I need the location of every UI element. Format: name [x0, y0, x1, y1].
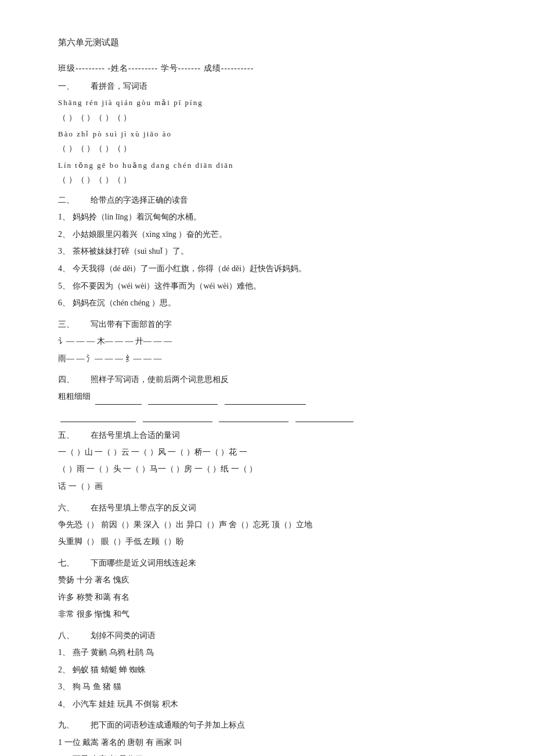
section-8-item-1: 1、 燕子 黄鹂 乌鸦 杜鹃 鸟: [58, 645, 488, 661]
section-7-line-2: 许多 称赞 和蔼 有名: [58, 590, 488, 606]
blank-line-3: （ ）（ ）（ ）（ ）: [58, 172, 488, 187]
section-4-blanks-row1: 粗粗细细: [58, 389, 488, 405]
section-7: 七、下面哪些是近义词用线连起来 赞扬 十分 著名 愧疚 许多 称赞 和蔼 有名 …: [58, 556, 488, 622]
section-2-item-2: 2、 小姑娘眼里闪着兴（xìng xīng ）奋的光芒。: [58, 227, 488, 243]
header-info: 班级--------- -姓名--------- 学号------- 成绩---…: [58, 61, 488, 75]
section-2-item-1: 1、 妈妈拎（lín līng）着沉甸甸的水桶。: [58, 210, 488, 225]
section-8-item-4: 4、 小汽车 娃娃 玩具 不倒翁 积木: [58, 697, 488, 712]
pinyin-line-2: Bào zhǐ pò suì jì xù jiāo ào: [58, 127, 488, 141]
section-9-item-1: 1 一位 戴嵩 著名的 唐朝 有 画家 叫: [58, 735, 488, 751]
section-1: 一、看拼音，写词语 Shāng rén jià qián gòu mǎi pī …: [58, 79, 488, 187]
section-3-row-2: 雨— — 氵— — — 纟— — —: [58, 351, 488, 367]
section-6-line-2: 头重脚（） 眼（）手低 左顾（）盼: [58, 534, 488, 550]
section-9-item-2: 2 一下子 大家 都 呆住了: [58, 752, 488, 756]
section-5-title: 五、在括号里填上合适的量词: [58, 428, 488, 442]
page-title: 第六单元测试题: [58, 35, 488, 51]
section-6-line-1: 争先恐（） 前因（）果 深入（）出 异口（）声 舍（）忘死 顶（）立地: [58, 517, 488, 533]
blank-line-1: （ ）（ ）（ ）（ ）: [58, 110, 488, 125]
section-7-line-3: 非常 很多 惭愧 和气: [58, 607, 488, 622]
section-5: 五、在括号里填上合适的量词 一（ ）山 一（ ）云 一（ ）风 一（ ）桥一（ …: [58, 428, 488, 495]
section-6-title: 六、在括号里填上带点字的反义词: [58, 501, 488, 515]
section-2-item-6: 6、 妈妈在沉（chén chéng ）思。: [58, 296, 488, 311]
section-2: 二、给带点的字选择正确的读音 1、 妈妈拎（lín līng）着沉甸甸的水桶。 …: [58, 193, 488, 311]
section-7-title: 七、下面哪些是近义词用线连起来: [58, 556, 488, 570]
section-5-line-2: （ ）雨 一（ ）头 一（ ）马一（ ）房 一（ ）纸 一（ ）: [58, 462, 488, 477]
section-4: 四、照样子写词语，使前后两个词意思相反 粗粗细细: [58, 372, 488, 422]
section-9: 九、把下面的词语秒连成通顺的句子并加上标点 1 一位 戴嵩 著名的 唐朝 有 画…: [58, 718, 488, 756]
pinyin-line-3: Lín tǒng gē bo huǎng dang chén diān diān: [58, 159, 488, 172]
section-2-title: 二、给带点的字选择正确的读音: [58, 193, 488, 207]
section-8-title: 八、划掉不同类的词语: [58, 628, 488, 643]
section-3-title: 三、写出带有下面部首的字: [58, 317, 488, 332]
section-2-item-4: 4、 今天我得（dé děi）了一面小红旗，你得（dé děi）赶快告诉妈妈。: [58, 261, 488, 277]
section-7-line-1: 赞扬 十分 著名 愧疚: [58, 573, 488, 588]
section-5-line-1: 一（ ）山 一（ ）云 一（ ）风 一（ ）桥一（ ）花 一: [58, 445, 488, 460]
section-4-blanks-row2: [58, 406, 488, 422]
section-8: 八、划掉不同类的词语 1、 燕子 黄鹂 乌鸦 杜鹃 鸟 2、 蚂蚁 猫 蜻蜓 蝉…: [58, 628, 488, 712]
section-8-item-3: 3、 狗 马 鱼 猪 猫: [58, 679, 488, 695]
pinyin-line-1: Shāng rén jià qián gòu mǎi pī píng: [58, 96, 488, 109]
section-8-item-2: 2、 蚂蚁 猫 蜻蜓 蝉 蜘蛛: [58, 663, 488, 678]
section-2-item-5: 5、 你不要因为（wéi wèi）这件事而为（wéi wèi）难他。: [58, 279, 488, 294]
section-3-row-1: 讠— — — 木— — — 廾— — —: [58, 334, 488, 350]
section-5-line-3: 话 一（ ）画: [58, 479, 488, 495]
section-9-title: 九、把下面的词语秒连成通顺的句子并加上标点: [58, 718, 488, 732]
section-3: 三、写出带有下面部首的字 讠— — — 木— — — 廾— — — 雨— — 氵…: [58, 317, 488, 366]
section-2-item-3: 3、 茶杯被妹妹打碎（suì shuǐ ）了。: [58, 244, 488, 260]
section-1-title: 一、看拼音，写词语: [58, 79, 488, 93]
section-4-title: 四、照样子写词语，使前后两个词意思相反: [58, 372, 488, 387]
section-6: 六、在括号里填上带点字的反义词 争先恐（） 前因（）果 深入（）出 异口（）声 …: [58, 501, 488, 550]
blank-line-2: （ ）（ ）（ ）（ ）: [58, 141, 488, 156]
